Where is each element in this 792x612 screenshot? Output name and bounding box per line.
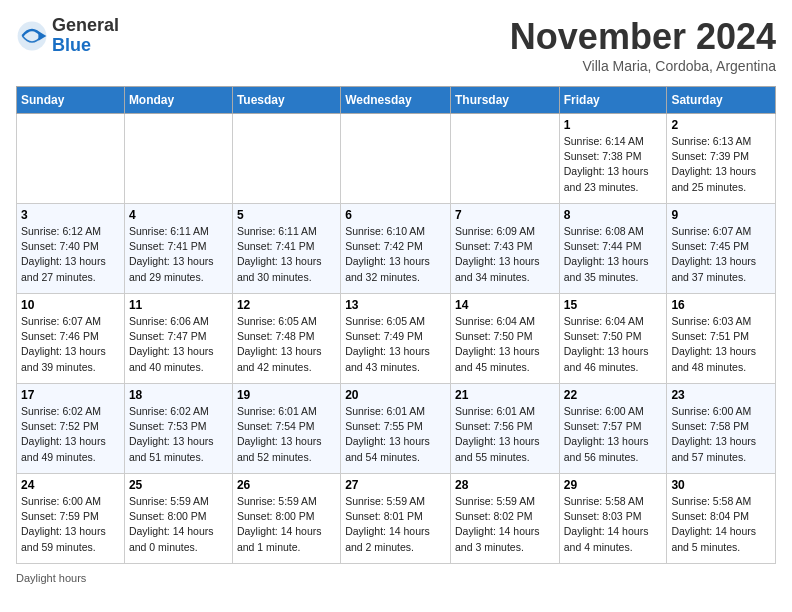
calendar-week-row: 17Sunrise: 6:02 AM Sunset: 7:52 PM Dayli…: [17, 384, 776, 474]
calendar-day-header: Sunday: [17, 87, 125, 114]
day-number: 14: [455, 298, 555, 312]
day-info: Sunrise: 6:00 AM Sunset: 7:59 PM Dayligh…: [21, 494, 120, 555]
title-block: November 2024 Villa Maria, Cordoba, Arge…: [510, 16, 776, 74]
day-number: 30: [671, 478, 771, 492]
day-info: Sunrise: 6:13 AM Sunset: 7:39 PM Dayligh…: [671, 134, 771, 195]
day-number: 16: [671, 298, 771, 312]
day-info: Sunrise: 6:11 AM Sunset: 7:41 PM Dayligh…: [237, 224, 336, 285]
day-number: 10: [21, 298, 120, 312]
calendar-day-cell: [232, 114, 340, 204]
day-number: 17: [21, 388, 120, 402]
day-number: 9: [671, 208, 771, 222]
calendar-day-header: Wednesday: [341, 87, 451, 114]
day-number: 25: [129, 478, 228, 492]
calendar-day-cell: [124, 114, 232, 204]
calendar-day-cell: 24Sunrise: 6:00 AM Sunset: 7:59 PM Dayli…: [17, 474, 125, 564]
day-number: 28: [455, 478, 555, 492]
calendar-day-header: Friday: [559, 87, 667, 114]
calendar-day-cell: 30Sunrise: 5:58 AM Sunset: 8:04 PM Dayli…: [667, 474, 776, 564]
calendar-day-cell: 16Sunrise: 6:03 AM Sunset: 7:51 PM Dayli…: [667, 294, 776, 384]
location-text: Villa Maria, Cordoba, Argentina: [510, 58, 776, 74]
day-number: 22: [564, 388, 663, 402]
day-info: Sunrise: 6:11 AM Sunset: 7:41 PM Dayligh…: [129, 224, 228, 285]
day-number: 18: [129, 388, 228, 402]
day-number: 8: [564, 208, 663, 222]
calendar-day-cell: 19Sunrise: 6:01 AM Sunset: 7:54 PM Dayli…: [232, 384, 340, 474]
calendar-day-header: Saturday: [667, 87, 776, 114]
logo-text: General Blue: [52, 16, 119, 56]
day-info: Sunrise: 6:08 AM Sunset: 7:44 PM Dayligh…: [564, 224, 663, 285]
day-info: Sunrise: 6:00 AM Sunset: 7:57 PM Dayligh…: [564, 404, 663, 465]
day-info: Sunrise: 6:01 AM Sunset: 7:56 PM Dayligh…: [455, 404, 555, 465]
calendar-day-cell: 27Sunrise: 5:59 AM Sunset: 8:01 PM Dayli…: [341, 474, 451, 564]
footer-note: Daylight hours: [16, 572, 776, 584]
calendar-day-cell: 29Sunrise: 5:58 AM Sunset: 8:03 PM Dayli…: [559, 474, 667, 564]
logo-blue-text: Blue: [52, 36, 119, 56]
calendar-day-cell: 11Sunrise: 6:06 AM Sunset: 7:47 PM Dayli…: [124, 294, 232, 384]
day-info: Sunrise: 6:05 AM Sunset: 7:48 PM Dayligh…: [237, 314, 336, 375]
calendar-week-row: 1Sunrise: 6:14 AM Sunset: 7:38 PM Daylig…: [17, 114, 776, 204]
logo-general-text: General: [52, 16, 119, 36]
calendar-day-cell: 4Sunrise: 6:11 AM Sunset: 7:41 PM Daylig…: [124, 204, 232, 294]
calendar-day-cell: 1Sunrise: 6:14 AM Sunset: 7:38 PM Daylig…: [559, 114, 667, 204]
day-info: Sunrise: 6:14 AM Sunset: 7:38 PM Dayligh…: [564, 134, 663, 195]
day-info: Sunrise: 6:07 AM Sunset: 7:45 PM Dayligh…: [671, 224, 771, 285]
calendar-day-cell: 9Sunrise: 6:07 AM Sunset: 7:45 PM Daylig…: [667, 204, 776, 294]
calendar-week-row: 24Sunrise: 6:00 AM Sunset: 7:59 PM Dayli…: [17, 474, 776, 564]
day-number: 20: [345, 388, 446, 402]
day-info: Sunrise: 6:07 AM Sunset: 7:46 PM Dayligh…: [21, 314, 120, 375]
logo: General Blue: [16, 16, 119, 56]
calendar-day-cell: 7Sunrise: 6:09 AM Sunset: 7:43 PM Daylig…: [450, 204, 559, 294]
day-info: Sunrise: 5:59 AM Sunset: 8:00 PM Dayligh…: [129, 494, 228, 555]
calendar-week-row: 10Sunrise: 6:07 AM Sunset: 7:46 PM Dayli…: [17, 294, 776, 384]
day-number: 5: [237, 208, 336, 222]
calendar-day-header: Thursday: [450, 87, 559, 114]
day-info: Sunrise: 6:10 AM Sunset: 7:42 PM Dayligh…: [345, 224, 446, 285]
page-header: General Blue November 2024 Villa Maria, …: [16, 16, 776, 74]
day-number: 1: [564, 118, 663, 132]
day-number: 26: [237, 478, 336, 492]
day-number: 24: [21, 478, 120, 492]
calendar-day-cell: 17Sunrise: 6:02 AM Sunset: 7:52 PM Dayli…: [17, 384, 125, 474]
calendar-day-header: Monday: [124, 87, 232, 114]
day-info: Sunrise: 6:09 AM Sunset: 7:43 PM Dayligh…: [455, 224, 555, 285]
logo-icon: [16, 20, 48, 52]
day-info: Sunrise: 6:02 AM Sunset: 7:53 PM Dayligh…: [129, 404, 228, 465]
day-number: 29: [564, 478, 663, 492]
calendar-day-cell: 12Sunrise: 6:05 AM Sunset: 7:48 PM Dayli…: [232, 294, 340, 384]
day-info: Sunrise: 6:01 AM Sunset: 7:55 PM Dayligh…: [345, 404, 446, 465]
day-info: Sunrise: 6:01 AM Sunset: 7:54 PM Dayligh…: [237, 404, 336, 465]
day-info: Sunrise: 6:04 AM Sunset: 7:50 PM Dayligh…: [455, 314, 555, 375]
day-info: Sunrise: 5:58 AM Sunset: 8:04 PM Dayligh…: [671, 494, 771, 555]
calendar-day-cell: 15Sunrise: 6:04 AM Sunset: 7:50 PM Dayli…: [559, 294, 667, 384]
day-info: Sunrise: 6:03 AM Sunset: 7:51 PM Dayligh…: [671, 314, 771, 375]
calendar-header-row: SundayMondayTuesdayWednesdayThursdayFrid…: [17, 87, 776, 114]
month-title: November 2024: [510, 16, 776, 58]
calendar-day-cell: 2Sunrise: 6:13 AM Sunset: 7:39 PM Daylig…: [667, 114, 776, 204]
day-info: Sunrise: 6:00 AM Sunset: 7:58 PM Dayligh…: [671, 404, 771, 465]
day-info: Sunrise: 6:04 AM Sunset: 7:50 PM Dayligh…: [564, 314, 663, 375]
day-number: 7: [455, 208, 555, 222]
day-number: 27: [345, 478, 446, 492]
calendar-table: SundayMondayTuesdayWednesdayThursdayFrid…: [16, 86, 776, 564]
day-number: 13: [345, 298, 446, 312]
calendar-day-cell: 26Sunrise: 5:59 AM Sunset: 8:00 PM Dayli…: [232, 474, 340, 564]
day-info: Sunrise: 5:59 AM Sunset: 8:00 PM Dayligh…: [237, 494, 336, 555]
day-number: 12: [237, 298, 336, 312]
calendar-day-header: Tuesday: [232, 87, 340, 114]
day-number: 15: [564, 298, 663, 312]
day-number: 6: [345, 208, 446, 222]
calendar-day-cell: 3Sunrise: 6:12 AM Sunset: 7:40 PM Daylig…: [17, 204, 125, 294]
calendar-day-cell: 14Sunrise: 6:04 AM Sunset: 7:50 PM Dayli…: [450, 294, 559, 384]
day-number: 4: [129, 208, 228, 222]
calendar-day-cell: 23Sunrise: 6:00 AM Sunset: 7:58 PM Dayli…: [667, 384, 776, 474]
calendar-day-cell: 10Sunrise: 6:07 AM Sunset: 7:46 PM Dayli…: [17, 294, 125, 384]
daylight-hours-label: Daylight hours: [16, 572, 86, 584]
calendar-day-cell: [341, 114, 451, 204]
calendar-week-row: 3Sunrise: 6:12 AM Sunset: 7:40 PM Daylig…: [17, 204, 776, 294]
day-number: 3: [21, 208, 120, 222]
calendar-day-cell: [17, 114, 125, 204]
day-info: Sunrise: 5:58 AM Sunset: 8:03 PM Dayligh…: [564, 494, 663, 555]
day-info: Sunrise: 5:59 AM Sunset: 8:01 PM Dayligh…: [345, 494, 446, 555]
calendar-day-cell: 28Sunrise: 5:59 AM Sunset: 8:02 PM Dayli…: [450, 474, 559, 564]
